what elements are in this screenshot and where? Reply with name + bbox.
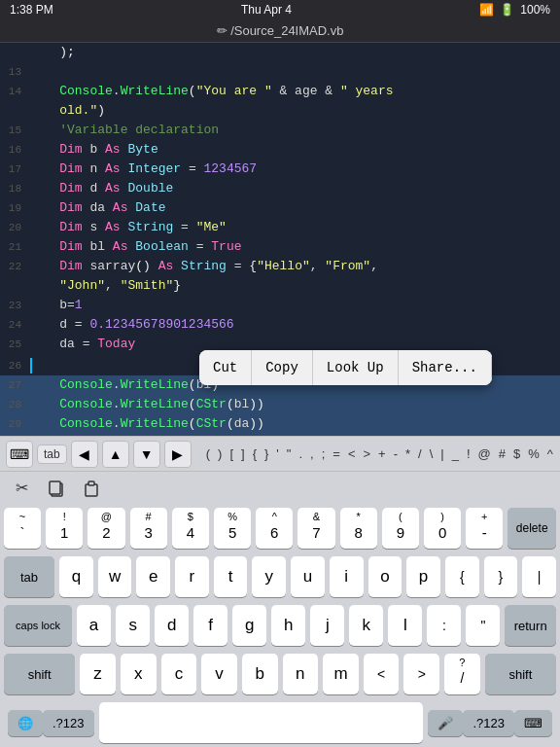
key-colon[interactable]: : <box>427 605 461 646</box>
num-key-right[interactable]: .?123 <box>463 710 514 736</box>
char-slash[interactable]: / <box>415 445 425 463</box>
tab-button[interactable]: tab <box>37 445 67 464</box>
key-b[interactable]: b <box>242 654 278 694</box>
char-lbrace[interactable]: { <box>250 445 260 463</box>
key-j[interactable]: j <box>310 605 344 646</box>
char-pipe[interactable]: | <box>438 445 446 463</box>
char-comma[interactable]: , <box>307 445 317 463</box>
key-e[interactable]: e <box>136 556 170 597</box>
key-pipe[interactable]: | <box>522 556 556 597</box>
look-up-button[interactable]: Look Up <box>313 350 399 385</box>
char-at[interactable]: @ <box>475 445 494 463</box>
char-backslash[interactable]: \ <box>427 445 437 463</box>
char-dollar[interactable]: $ <box>510 445 523 463</box>
space-key[interactable] <box>99 702 424 743</box>
shift-key-left[interactable]: shift <box>4 654 75 694</box>
key-minus[interactable]: + - <box>466 508 503 549</box>
char-minus[interactable]: - <box>391 445 401 463</box>
char-lparen[interactable]: ( <box>203 445 213 463</box>
keyboard-dismiss-key[interactable]: ⌨ <box>514 710 552 736</box>
caps-lock-key[interactable]: caps lock <box>4 605 72 646</box>
key-h[interactable]: h <box>271 605 305 646</box>
char-equals[interactable]: = <box>330 445 343 463</box>
key-z[interactable]: z <box>80 654 116 694</box>
key-rbrace[interactable]: } <box>484 556 518 597</box>
globe-key[interactable]: 🌐 <box>8 710 43 736</box>
char-lt[interactable]: < <box>345 445 359 463</box>
key-8[interactable]: * 8 <box>340 508 377 549</box>
char-apostrophe[interactable]: ' <box>273 445 281 463</box>
char-star[interactable]: * <box>402 445 413 463</box>
key-g[interactable]: g <box>232 605 266 646</box>
arrow-left-icon[interactable]: ◀ <box>71 441 98 468</box>
char-rbrace[interactable]: } <box>262 445 271 463</box>
key-lt[interactable]: < <box>364 654 400 694</box>
key-o[interactable]: o <box>368 556 402 597</box>
paste-icon[interactable] <box>78 475 105 502</box>
char-percent[interactable]: % <box>525 445 542 463</box>
arrow-right-icon[interactable]: ▶ <box>164 441 192 468</box>
arrow-down-icon[interactable]: ▼ <box>133 441 160 468</box>
key-r[interactable]: r <box>175 556 209 597</box>
key-a[interactable]: a <box>77 605 111 646</box>
key-m[interactable]: m <box>323 654 359 694</box>
char-caret[interactable]: ^ <box>544 445 556 463</box>
key-n[interactable]: n <box>283 654 319 694</box>
key-0[interactable]: ) 0 <box>424 508 461 549</box>
cut-button[interactable]: Cut <box>199 350 252 385</box>
key-gt[interactable]: > <box>403 654 439 694</box>
key-question[interactable]: ? / <box>444 654 480 694</box>
key-2[interactable]: @ 2 <box>88 508 124 549</box>
key-lbrace[interactable]: { <box>445 556 479 597</box>
key-9[interactable]: ( 9 <box>382 508 419 549</box>
key-l[interactable]: l <box>388 605 422 646</box>
key-q[interactable]: q <box>59 556 93 597</box>
return-key[interactable]: return <box>505 605 556 646</box>
key-3[interactable]: # 3 <box>130 508 167 549</box>
key-tilde[interactable]: ~ ` <box>4 508 41 549</box>
key-1[interactable]: ! 1 <box>46 508 83 549</box>
char-dot[interactable]: . <box>296 445 305 463</box>
shift-key-right[interactable]: shift <box>485 654 556 694</box>
key-dquote[interactable]: " <box>466 605 500 646</box>
key-p[interactable]: p <box>406 556 440 597</box>
char-quote[interactable]: " <box>284 445 295 463</box>
key-i[interactable]: i <box>330 556 364 597</box>
copy-icon[interactable] <box>43 475 70 502</box>
key-w[interactable]: w <box>98 556 132 597</box>
char-semicolon[interactable]: ; <box>319 445 329 463</box>
share-button[interactable]: Share... <box>399 350 492 385</box>
key-s[interactable]: s <box>116 605 150 646</box>
delete-key[interactable]: delete <box>508 508 556 549</box>
num-key-left[interactable]: .?123 <box>43 710 94 736</box>
arrow-up-icon[interactable]: ▲ <box>102 441 129 468</box>
char-lbracket[interactable]: [ <box>227 445 236 463</box>
tab-key[interactable]: tab <box>4 556 54 597</box>
char-underscore[interactable]: _ <box>449 445 462 463</box>
char-rbracket[interactable]: ] <box>238 445 248 463</box>
key-7[interactable]: & 7 <box>298 508 334 549</box>
char-plus[interactable]: + <box>375 445 389 463</box>
key-f[interactable]: f <box>193 605 228 646</box>
key-c[interactable]: c <box>161 654 197 694</box>
key-d[interactable]: d <box>155 605 189 646</box>
key-6[interactable]: ^ 6 <box>256 508 293 549</box>
key-k[interactable]: k <box>349 605 383 646</box>
keyboard-icon[interactable]: ⌨ <box>6 441 33 468</box>
code-line: "John", "Smith"} <box>0 276 560 296</box>
key-x[interactable]: x <box>121 654 157 694</box>
copy-button[interactable]: Copy <box>252 350 313 385</box>
key-v[interactable]: v <box>201 654 237 694</box>
key-y[interactable]: y <box>252 556 286 597</box>
char-hash[interactable]: # <box>496 445 508 463</box>
char-gt[interactable]: > <box>360 445 373 463</box>
scissors-icon[interactable]: ✂ <box>8 475 35 502</box>
key-u[interactable]: u <box>291 556 325 597</box>
char-exclaim[interactable]: ! <box>464 445 473 463</box>
key-5[interactable]: % 5 <box>214 508 251 549</box>
char-rparen[interactable]: ) <box>215 445 225 463</box>
mic-key[interactable]: 🎤 <box>428 710 463 736</box>
key-t[interactable]: t <box>214 556 248 597</box>
key-4[interactable]: $ 4 <box>172 508 209 549</box>
code-editor[interactable]: ); 13 14 Console.WriteLine("You are " & … <box>0 43 560 436</box>
